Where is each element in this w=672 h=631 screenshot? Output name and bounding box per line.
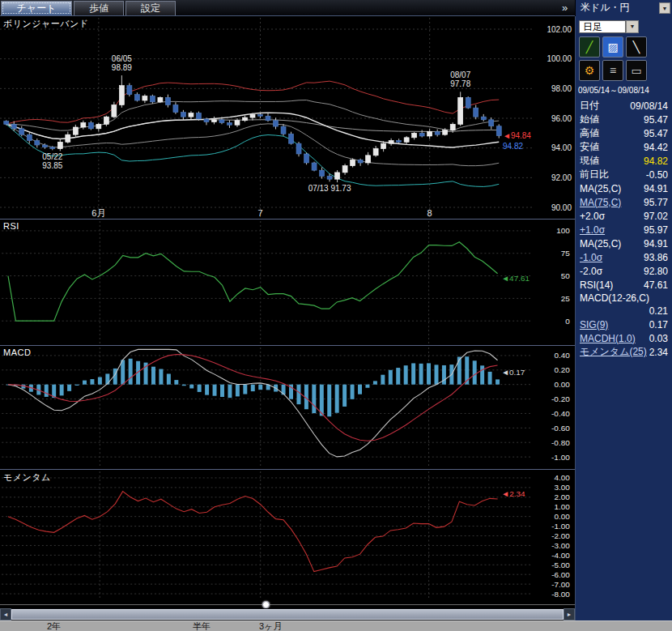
y-axis-tick: 50 [561,271,571,280]
macd-hist-bar [373,381,377,384]
y-axis-tick: -0.40 [551,409,570,418]
zoom-slider[interactable] [0,601,575,608]
macd-hist-bar [83,381,87,385]
scroll-right-icon[interactable]: ► [564,608,575,620]
zoom-slider-track[interactable] [0,604,575,605]
quote-label: +2.0σ [580,211,605,222]
quote-value: 94.91 [644,238,668,249]
instrument-selector[interactable]: 米ドル・円 ▼ [575,0,672,16]
macd-hist-bar [480,365,484,384]
quote-label: 日付 [580,99,599,113]
macd-hist-bar [129,359,133,385]
candle [351,160,355,165]
quote-label[interactable]: MACDH(1.0) [580,333,636,344]
horizontal-scrollbar[interactable]: ◄ ► [0,608,575,620]
quote-row: 安値94.42 [576,140,672,154]
bollinger-chart: 102.00100.0098.0096.0094.0092.0090.006月7… [0,16,575,219]
tab-settings[interactable]: 設定 [125,1,176,15]
quote-row: 日付09/08/14 [576,99,672,113]
horizontal-line-tool-button[interactable]: ≡ [602,60,623,81]
y-axis-tick: 0.40 [554,351,570,360]
y-axis-tick: 1.00 [555,502,571,511]
macd-hist-bar [404,365,408,385]
momentum-panel[interactable]: モメンタム 4.003.002.001.000.00-1.00-2.00-3.0… [0,469,575,601]
current-value-marker: ◄94.84 [503,131,531,140]
quote-row: 高値95.47 [576,126,672,140]
chart-annotation: 97.78 [450,79,470,88]
candle [450,124,455,130]
instrument-dropdown-icon[interactable]: ▼ [659,2,670,14]
candle [466,97,470,108]
x-axis-label: 6月 [91,208,105,218]
pencil-tool-button[interactable]: ╱ [579,36,600,58]
tab-chart[interactable]: チャート [1,1,72,15]
macd-panel[interactable]: MACD 0.400.200.00-0.20-0.40-0.60-0.80-1.… [0,345,575,469]
settings-gear-tool-button[interactable]: ⚙ [579,60,600,81]
y-axis-tick: -0.80 [551,438,570,447]
scrollbar-thumb[interactable] [11,609,564,620]
period-selector: 日足 ▼ [579,20,669,33]
scrollbar-track[interactable] [11,608,564,620]
macd-hist-bar [427,363,431,384]
quote-label[interactable]: -1.0σ [580,252,602,263]
trendline-tool-icon: ╲ [633,41,640,53]
quote-label[interactable]: SIG(9) [580,319,608,330]
quote-table: 日付09/08/14始値95.47高値95.47安値94.42現値94.82前日… [576,99,672,359]
macd-hist-bar [159,369,163,385]
quote-row: MA(25,C)94.91 [576,181,672,195]
range-option[interactable]: 半年 [193,621,211,631]
candle [242,117,247,121]
quote-value: 0.03 [649,333,668,344]
eraser-tool-button[interactable]: ▭ [626,60,647,81]
quote-label: 現値 [580,154,599,168]
macd-hist-bar [327,385,331,417]
period-select[interactable]: 日足 [579,20,626,33]
scroll-left-icon[interactable]: ◄ [0,608,11,620]
top-tab-bar: チャート 歩値 設定 » 米ドル・円 ▼ [0,0,672,16]
candle [419,133,424,136]
rsi-panel[interactable]: RSI 1007550250◄47.61 [0,219,575,345]
quote-value: 47.61 [644,279,668,291]
quote-value: 94.82 [644,156,668,167]
period-dropdown-icon[interactable]: ▼ [626,20,639,33]
y-axis-tick: -6.00 [551,570,570,579]
tab-price-steps[interactable]: 歩値 [74,1,124,15]
candle [165,97,170,104]
y-axis-tick: -5.00 [551,561,570,569]
quote-row: MACD(12-26,C)0.21 [576,292,672,318]
quote-label[interactable]: MA(75,C) [580,197,621,208]
trendline-tool-button[interactable]: ╲ [626,36,647,58]
macd-signal-line [8,354,498,441]
tab-settings-label: 設定 [141,2,160,14]
macd-hist-bar [442,365,446,385]
bollinger-panel[interactable]: ボリンジャーバンド 102.00100.0098.0096.0094.0092.… [0,16,575,219]
macd-line [8,349,498,456]
zoom-slider-thumb[interactable] [262,601,270,608]
macd-hist-bar [174,380,178,385]
macd-hist-bar [358,385,362,394]
y-axis-tick: -7.00 [551,580,570,589]
y-axis-tick: -4.00 [551,551,570,560]
candle [474,108,478,117]
brush-tool-button[interactable]: ▨ [602,36,623,58]
y-axis-tick: -3.00 [551,541,570,550]
quote-row: SIG(9)0.17 [576,318,672,331]
macd-hist-bar [457,356,461,384]
candle [366,156,371,163]
candle [50,147,55,149]
candle [250,114,255,117]
more-tabs-icon[interactable]: » [562,2,568,15]
macd-hist-bar [396,368,400,385]
range-option[interactable]: 3ヶ月 [259,621,282,631]
candle [173,105,178,113]
quote-label[interactable]: +1.0σ [580,224,605,236]
quote-label: 始値 [580,113,599,126]
macd-hist-bar [365,385,369,388]
candle [219,120,224,123]
quote-label[interactable]: モメンタム(25) [580,345,647,359]
range-option[interactable]: 2年 [47,621,61,631]
candle [181,113,185,117]
macd-hist-bar [60,385,64,396]
candle [57,142,62,148]
current-value-marker: ◄2.34 [501,489,525,498]
